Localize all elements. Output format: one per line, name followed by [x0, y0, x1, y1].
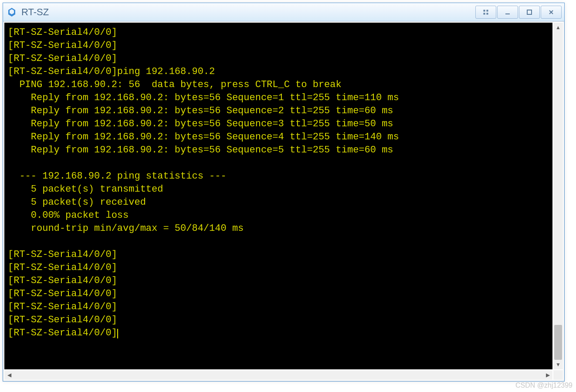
- terminal-line: [8, 157, 549, 170]
- terminal-line: [RT-SZ-Serial4/0/0]: [8, 39, 549, 52]
- terminal-line: [RT-SZ-Serial4/0/0]: [8, 327, 549, 340]
- svg-rect-0: [484, 10, 485, 11]
- terminal-line: --- 192.168.90.2 ping statistics ---: [8, 170, 549, 183]
- svg-rect-3: [487, 13, 488, 14]
- terminal-line: Reply from 192.168.90.2: bytes=56 Sequen…: [8, 118, 549, 131]
- cursor: [117, 329, 118, 338]
- extras-button[interactable]: [475, 6, 496, 19]
- terminal-line: Reply from 192.168.90.2: bytes=56 Sequen…: [8, 131, 549, 144]
- terminal-line: [RT-SZ-Serial4/0/0]: [8, 248, 549, 261]
- scroll-left-icon[interactable]: ◀: [4, 370, 14, 380]
- vscroll-track[interactable]: [553, 32, 563, 360]
- terminal-line: [RT-SZ-Serial4/0/0]: [8, 274, 549, 287]
- scroll-up-icon[interactable]: ▲: [553, 23, 563, 32]
- terminal-line: [RT-SZ-Serial4/0/0]: [8, 287, 549, 301]
- app-window: RT-SZ [RT-SZ-Serial4/0/0][RT-SZ-Serial4/…: [3, 3, 565, 382]
- svg-rect-1: [487, 10, 488, 11]
- scroll-down-icon[interactable]: ▼: [553, 360, 563, 369]
- vscroll-thumb[interactable]: [554, 325, 562, 360]
- window-controls: [475, 6, 562, 19]
- terminal-line: Reply from 192.168.90.2: bytes=56 Sequen…: [8, 91, 549, 105]
- terminal-line: 0.00% packet loss: [8, 209, 549, 222]
- window-title: RT-SZ: [21, 7, 475, 18]
- minimize-button[interactable]: [497, 6, 518, 19]
- terminal-line: [RT-SZ-Serial4/0/0]: [8, 261, 549, 274]
- titlebar[interactable]: RT-SZ: [3, 3, 564, 21]
- terminal-line: 5 packet(s) received: [8, 196, 549, 209]
- terminal-line: [8, 235, 549, 248]
- terminal-line: Reply from 192.168.90.2: bytes=56 Sequen…: [8, 144, 549, 157]
- terminal-line: Reply from 192.168.90.2: bytes=56 Sequen…: [8, 105, 549, 118]
- close-button[interactable]: [541, 6, 562, 19]
- terminal-wrapper: [RT-SZ-Serial4/0/0][RT-SZ-Serial4/0/0][R…: [3, 21, 564, 381]
- terminal-line: [RT-SZ-Serial4/0/0]: [8, 301, 549, 314]
- scroll-right-icon[interactable]: ▶: [543, 370, 552, 380]
- watermark: CSDN @zhj12399: [515, 382, 573, 389]
- scroll-corner: [553, 370, 563, 380]
- horizontal-scrollbar[interactable]: ◀ ▶: [4, 370, 552, 380]
- terminal-line: [RT-SZ-Serial4/0/0]: [8, 314, 549, 327]
- svg-rect-5: [527, 10, 532, 14]
- maximize-button[interactable]: [519, 6, 540, 19]
- terminal-line: round-trip min/avg/max = 50/84/140 ms: [8, 222, 549, 235]
- terminal-line: [RT-SZ-Serial4/0/0]: [8, 26, 549, 39]
- terminal-line: PING 192.168.90.2: 56 data bytes, press …: [8, 78, 549, 91]
- terminal-line: 5 packet(s) transmitted: [8, 183, 549, 196]
- svg-rect-2: [484, 13, 485, 14]
- terminal-output[interactable]: [RT-SZ-Serial4/0/0][RT-SZ-Serial4/0/0][R…: [4, 23, 552, 369]
- terminal-line: [RT-SZ-Serial4/0/0]: [8, 52, 549, 65]
- vertical-scrollbar[interactable]: ▲ ▼: [553, 23, 563, 369]
- app-icon: [6, 6, 18, 18]
- terminal-line: [RT-SZ-Serial4/0/0]ping 192.168.90.2: [8, 65, 549, 78]
